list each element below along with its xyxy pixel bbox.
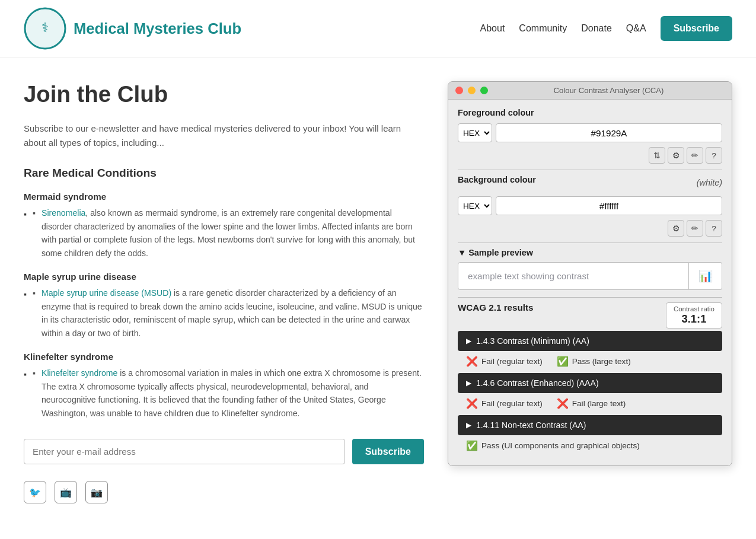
- fg-settings-icon[interactable]: ⚙: [668, 147, 684, 164]
- logo-icon: ⚕: [24, 7, 66, 50]
- subscribe-row: Subscribe: [24, 439, 424, 464]
- condition-desc-1: , also known as mermaid syndrome, is an …: [42, 208, 415, 258]
- wcag-result-aaa-regular: ❌ Fail (regular text): [466, 398, 543, 409]
- contrast-ratio-value: 3.1:1: [674, 312, 714, 326]
- wcag-row-nontext-label: 1.4.11 Non-text Contrast (AA): [476, 420, 586, 430]
- condition-link-3[interactable]: Klinefelter syndrome: [42, 368, 117, 378]
- bullet-1: ▪: [33, 206, 36, 260]
- email-input[interactable]: [24, 439, 345, 464]
- bg-input-row: HEX: [458, 196, 722, 215]
- sample-preview-section: ▼ Sample preview example text showing co…: [458, 248, 722, 290]
- wcag-header-row: WCAG 2.1 results Contrast ratio 3.1:1: [458, 302, 722, 328]
- play-icon-aaa: ▶: [466, 379, 471, 387]
- nav-community[interactable]: Community: [519, 23, 567, 34]
- wcag-result-aa-regular: ❌ Fail (regular text): [466, 356, 543, 367]
- site-title: Medical Mysteries Club: [74, 20, 241, 37]
- condition-title-1: Mermaid syndrome: [24, 192, 424, 202]
- wcag-result-aa-large: ✅ Pass (large text): [557, 356, 631, 367]
- wcag-result-nontext-label: Pass (UI components and graphical object…: [481, 441, 640, 450]
- bg-eyedropper-icon[interactable]: ✏: [687, 220, 703, 237]
- condition-item-1: ▪ Sirenomelia, also known as mermaid syn…: [24, 206, 424, 260]
- pass-icon-nontext: ✅: [466, 440, 478, 451]
- condition-link-1[interactable]: Sirenomelia: [42, 208, 85, 218]
- condition-item-3: ▪ Klinefelter syndrome is a chromosomal …: [24, 366, 424, 420]
- contrast-ratio-box: Contrast ratio 3.1:1: [666, 302, 722, 328]
- condition-link-2[interactable]: Maple syrup urine disease (MSUD): [42, 288, 171, 298]
- bg-icon-row: ⚙ ✏ ?: [458, 220, 722, 237]
- section-title: Rare Medical Conditions: [24, 167, 424, 180]
- condition-title-2: Maple syrup urine disease: [24, 272, 424, 282]
- window-close-dot[interactable]: [455, 87, 463, 94]
- fg-format-select[interactable]: HEX: [458, 123, 492, 142]
- wcag-row-aaa[interactable]: ▶ 1.4.6 Contrast (Enhanced) (AAA): [458, 373, 722, 393]
- bg-settings-icon[interactable]: ⚙: [668, 220, 684, 237]
- fg-eyedropper-icon[interactable]: ✏: [687, 147, 703, 164]
- svg-text:⚕: ⚕: [42, 20, 49, 35]
- condition-text-1: Sirenomelia, also known as mermaid syndr…: [42, 206, 424, 260]
- fg-hex-input[interactable]: [496, 123, 722, 142]
- wcag-result-row-aaa: ❌ Fail (regular text) ❌ Fail (large text…: [458, 394, 722, 413]
- pass-icon-aa-large: ✅: [557, 356, 569, 367]
- sample-text: example text showing contrast: [458, 262, 689, 290]
- fail-icon-aaa-regular: ❌: [466, 398, 478, 409]
- wcag-row-nontext[interactable]: ▶ 1.4.11 Non-text Contrast (AA): [458, 415, 722, 435]
- fg-input-row: HEX: [458, 123, 722, 142]
- contrast-ratio-label: Contrast ratio: [674, 305, 714, 312]
- main-nav: About Community Donate Q&A Subscribe: [480, 16, 732, 41]
- bg-format-select[interactable]: HEX: [458, 196, 492, 215]
- bullet-3: ▪: [33, 366, 36, 420]
- wcag-result-aaa-large: ❌ Fail (large text): [557, 398, 626, 409]
- fg-label: Foreground colour: [458, 108, 722, 117]
- play-icon-aa: ▶: [466, 337, 471, 345]
- nav-qa[interactable]: Q&A: [626, 23, 646, 34]
- logo-area: ⚕ Medical Mysteries Club: [24, 7, 480, 50]
- twitch-icon[interactable]: 📺: [55, 481, 77, 503]
- page-title: Join the Club: [24, 81, 424, 107]
- header-subscribe-button[interactable]: Subscribe: [661, 16, 732, 41]
- fg-help-icon[interactable]: ?: [706, 147, 722, 164]
- bg-label: Background colour: [458, 175, 536, 184]
- wcag-result-aa-large-label: Pass (large text): [572, 357, 631, 366]
- cca-window: Colour Contrast Analyser (CCA) Foregroun…: [448, 81, 732, 466]
- window-maximize-dot[interactable]: [480, 87, 488, 94]
- window-minimize-dot[interactable]: [468, 87, 476, 94]
- cca-title: Colour Contrast Analyser (CCA): [493, 86, 725, 95]
- play-icon-nontext: ▶: [466, 421, 471, 429]
- twitter-icon[interactable]: 🐦: [24, 481, 46, 503]
- cca-window-container: Colour Contrast Analyser (CCA) Foregroun…: [448, 81, 732, 503]
- wcag-result-nontext-pass: ✅ Pass (UI components and graphical obje…: [466, 440, 640, 451]
- wcag-result-row-aa: ❌ Fail (regular text) ✅ Pass (large text…: [458, 352, 722, 371]
- fail-icon-aaa-large: ❌: [557, 398, 569, 409]
- social-icons: 🐦 📺 📷: [24, 481, 424, 503]
- nav-about[interactable]: About: [480, 23, 505, 34]
- condition-item-2: ▪ Maple syrup urine disease (MSUD) is a …: [24, 286, 424, 340]
- fg-icon-row: ⇅ ⚙ ✏ ?: [458, 147, 722, 164]
- wcag-result-aaa-regular-label: Fail (regular text): [481, 399, 543, 408]
- sample-preview-box: example text showing contrast 📊: [458, 262, 722, 290]
- intro-text: Subscribe to our e-newsletter and have m…: [24, 122, 424, 150]
- sample-preview-header: ▼ Sample preview: [458, 248, 722, 257]
- wcag-row-aaa-label: 1.4.6 Contrast (Enhanced) (AAA): [476, 378, 599, 388]
- bg-white-note: (white): [697, 178, 722, 187]
- nav-donate[interactable]: Donate: [581, 23, 612, 34]
- bg-hex-input[interactable]: [496, 196, 722, 215]
- condition-text-3: Klinefelter syndrome is a chromosomal va…: [42, 366, 424, 420]
- instagram-icon[interactable]: 📷: [85, 481, 108, 503]
- condition-text-2: Maple syrup urine disease (MSUD) is a ra…: [42, 286, 424, 340]
- bg-label-row: Background colour (white): [458, 175, 722, 190]
- wcag-row-aa-label: 1.4.3 Contrast (Minimum) (AA): [476, 336, 589, 346]
- subscribe-button[interactable]: Subscribe: [352, 439, 424, 464]
- wcag-title: WCAG 2.1 results: [458, 302, 533, 312]
- bullet-2: ▪: [33, 286, 36, 340]
- sample-chart-icon[interactable]: 📊: [689, 262, 722, 290]
- wcag-row-aa[interactable]: ▶ 1.4.3 Contrast (Minimum) (AA): [458, 331, 722, 351]
- fg-swap-icon[interactable]: ⇅: [649, 147, 665, 164]
- fail-icon-aa-regular: ❌: [466, 356, 478, 367]
- wcag-result-aaa-large-label: Fail (large text): [572, 399, 626, 408]
- cca-titlebar: Colour Contrast Analyser (CCA): [448, 82, 732, 100]
- bg-help-icon[interactable]: ?: [706, 220, 722, 237]
- condition-title-3: Klinefelter syndrome: [24, 352, 424, 362]
- wcag-result-row-nontext: ✅ Pass (UI components and graphical obje…: [458, 436, 722, 455]
- wcag-result-aa-regular-label: Fail (regular text): [481, 357, 543, 366]
